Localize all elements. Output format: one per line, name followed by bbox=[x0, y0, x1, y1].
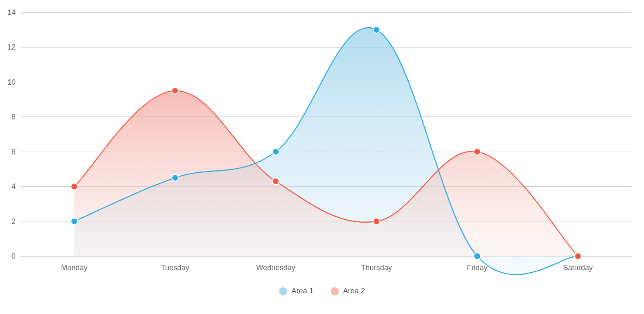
y-axis-ticks: 02468101214 bbox=[7, 8, 16, 260]
svg-text:4: 4 bbox=[12, 182, 16, 190]
area-chart: 02468101214 MondayTuesdayWednesdayThursd… bbox=[0, 0, 644, 281]
svg-point-25 bbox=[373, 26, 380, 33]
legend-label: Area 1 bbox=[291, 287, 313, 295]
legend-label: Area 2 bbox=[343, 287, 365, 295]
svg-text:Wednesday: Wednesday bbox=[256, 264, 296, 272]
svg-point-29 bbox=[172, 88, 178, 94]
svg-text:Tuesday: Tuesday bbox=[161, 264, 189, 272]
svg-text:Thursday: Thursday bbox=[361, 264, 392, 272]
svg-point-33 bbox=[575, 253, 581, 259]
svg-point-24 bbox=[272, 148, 279, 155]
svg-point-32 bbox=[474, 148, 481, 155]
svg-point-31 bbox=[373, 218, 380, 225]
svg-text:6: 6 bbox=[12, 147, 16, 156]
svg-point-22 bbox=[71, 218, 78, 225]
svg-text:Friday: Friday bbox=[467, 264, 488, 272]
series-areas bbox=[74, 28, 578, 275]
legend-swatch-icon bbox=[331, 287, 339, 295]
svg-point-30 bbox=[272, 178, 279, 185]
svg-text:0: 0 bbox=[12, 252, 16, 260]
svg-text:8: 8 bbox=[12, 113, 16, 121]
svg-text:2: 2 bbox=[12, 217, 16, 226]
svg-text:14: 14 bbox=[7, 8, 16, 17]
legend-item-area-1[interactable]: Area 1 bbox=[279, 287, 313, 295]
svg-text:Saturday: Saturday bbox=[563, 264, 593, 272]
svg-point-26 bbox=[474, 253, 481, 259]
legend: Area 1 Area 2 bbox=[0, 287, 644, 295]
legend-swatch-icon bbox=[279, 287, 287, 295]
svg-text:10: 10 bbox=[7, 78, 16, 86]
svg-point-23 bbox=[172, 174, 178, 181]
svg-point-28 bbox=[71, 183, 78, 190]
legend-item-area-2[interactable]: Area 2 bbox=[331, 287, 365, 295]
svg-text:Monday: Monday bbox=[61, 264, 88, 272]
svg-text:12: 12 bbox=[7, 43, 16, 51]
